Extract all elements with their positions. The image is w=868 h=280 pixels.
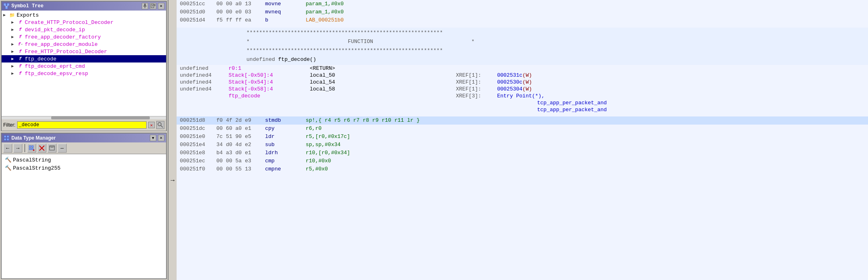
operands-251dc: r6,r0 [306, 125, 865, 132]
filter-search-button[interactable] [156, 121, 164, 129]
mnemonic-251d8: stmdb [265, 117, 306, 124]
dtm-collapse-button[interactable]: — [58, 144, 67, 153]
dtm-item-label-pascalstring: PascalString [13, 157, 51, 163]
addr-251ec: 000251ec [180, 157, 216, 165]
dtm-item-pascalstring[interactable]: 🔨 PascalString [2, 156, 165, 164]
tree-item-free-factory[interactable]: ▶ f free_app_decoder_factory [2, 33, 166, 41]
disasm-line-251d8: 000251d8 f0 4f 2d e9 stmdb sp!,{ r4 r5 r… [177, 116, 868, 125]
toolbar-separator [24, 144, 25, 152]
func-icon: f [17, 26, 24, 33]
addr-251dc: 000251dc [180, 125, 216, 132]
svg-rect-18 [7, 138, 9, 140]
operands-251d8: sp!,{ r4 r5 r6 r7 r8 r9 r10 r11 lr } [306, 117, 865, 124]
operands-251ec: r10,#0x0 [306, 157, 865, 165]
tree-item-free-module[interactable]: ▶ f✦ free_app_decoder_module [2, 41, 166, 48]
func-arrow: ▶ [11, 71, 17, 76]
var-type-r0: undefined [180, 65, 229, 71]
func-icon: f [17, 70, 24, 77]
addr-251cc: 000251cc [180, 0, 216, 8]
bytes-251dc: 00 60 a0 e1 [216, 125, 265, 132]
dtm-item-pascalstring255[interactable]: 🔨 PascalString255 [2, 164, 165, 172]
tree-item-exports[interactable]: ▶ 📁 Exports [2, 11, 166, 19]
mnemonic-251d4: b [265, 17, 306, 24]
bytes-251e4: 34 d0 4d e2 [216, 141, 265, 149]
disasm-line-251dc: 000251dc 00 60 a0 e1 cpy r6,r0 [177, 125, 868, 133]
entry-xref-indent [180, 100, 537, 106]
disasm-line-251e0: 000251e0 7c 51 90 e5 ldr r5,[r0,#0x17c] [177, 133, 868, 141]
mnemonic-251f0: cmpne [265, 166, 306, 173]
tree-item-ftp-eprt[interactable]: ▶ f ftp_decode_eprt_cmd [2, 62, 166, 70]
svg-rect-21 [29, 148, 31, 150]
symbol-tree-titlebar: Symbol Tree ✕ [2, 2, 166, 11]
svg-rect-0 [4, 3, 6, 6]
symbol-tree-new-button[interactable] [150, 3, 156, 9]
tree-item-ftp-decode[interactable]: ▶ f ftp_decode [2, 55, 166, 62]
tree-scrollbar[interactable] [2, 116, 166, 119]
dtm-back-button[interactable]: ← [3, 144, 12, 153]
dtm-hammer-icon: 🔨 [5, 157, 11, 163]
symbol-tree-panel: Symbol Tree ✕ ▶ 📁 Exports ▶ f Create_HTT… [1, 1, 167, 131]
tree-item-devid[interactable]: ▶ f devid_pkt_decode_ip [2, 26, 166, 33]
operands-251e8: r10,[r0,#0x34] [306, 149, 865, 157]
addr-251d4: 000251d4 [180, 17, 216, 24]
func-label-ftp-eprt: ftp_decode_eprt_cmd [25, 63, 85, 69]
addr-251d0: 000251d0 [180, 9, 216, 16]
func-icon: f [17, 63, 24, 69]
mnemonic-251e8: ldrh [265, 149, 306, 157]
svg-rect-1 [7, 3, 9, 6]
folder-icon: 📁 [9, 12, 15, 18]
func-special-icon: f✦ [17, 41, 24, 47]
dtm-delete-button[interactable] [37, 144, 46, 153]
filter-bar: Filter: ✕ [2, 119, 166, 131]
bytes-251d8: f0 4f 2d e9 [216, 117, 265, 124]
entry-xref-val3: tcp_app_per_packet_and [537, 107, 607, 113]
operands-251d4: LAB_000251b0 [306, 17, 865, 24]
symbol-tree-pin-button[interactable] [142, 3, 148, 9]
func-label-devid: devid_pkt_decode_ip [25, 27, 85, 33]
func-arrow: ▶ [11, 34, 17, 39]
left-panel: Symbol Tree ✕ ▶ 📁 Exports ▶ f Create_HTT… [0, 0, 168, 280]
func-label-create-http: Create_HTTP_Protocol_Decoder [25, 19, 113, 26]
expand-arrow: ▶ [3, 13, 9, 17]
exports-label: Exports [17, 12, 39, 18]
dtm-new-button[interactable] [27, 144, 36, 153]
tree-item-free-http[interactable]: ▶ f Free_HTTP_Protocol_Decoder [2, 48, 166, 55]
xref-local54: XREF[1]: 0002530c(W) [456, 79, 532, 85]
var-name-r0: <RETURN> [310, 65, 358, 71]
tree-item-create-http[interactable]: ▶ f Create_HTTP_Protocol_Decoder [2, 19, 166, 26]
dtm-content[interactable]: 🔨 PascalString 🔨 PascalString255 [2, 154, 166, 278]
xref-local50: XREF[1]: 0002531c(W) [456, 72, 532, 78]
svg-rect-6 [143, 6, 147, 6]
var-line-local58: undefined4 Stack[-0x58]:4 local_58 XREF[… [177, 86, 868, 93]
disasm-line-251e8: 000251e8 b4 a3 d0 e1 ldrh r10,[r0,#0x34] [177, 149, 868, 157]
var-name-local50: local_50 [310, 72, 358, 78]
svg-rect-10 [154, 4, 155, 6]
func-entry-line: ftp_decode XREF[3]: Entry Point(*), [177, 93, 868, 99]
filter-label: Filter: [3, 122, 15, 128]
tree-item-ftp-epsv[interactable]: ▶ f ftp_decode_epsv_resp [2, 70, 166, 77]
dtm-menu-button[interactable]: ▼ [150, 135, 156, 141]
disassembly-panel[interactable]: 000251cc 00 00 a0 13 movne param_1,#0x0 … [177, 0, 868, 280]
filter-input[interactable] [17, 121, 147, 129]
bytes-251e0: 7c 51 90 e5 [216, 133, 265, 140]
panel-separator-arrow: → [168, 0, 177, 280]
entry-xref: XREF[3]: Entry Point(*), [456, 93, 544, 99]
symbol-tree-close-button[interactable]: ✕ [158, 3, 164, 9]
svg-rect-28 [50, 146, 54, 147]
bytes-251d0: 00 00 e0 03 [216, 9, 265, 16]
function-label-line: * FUNCTION * [180, 37, 865, 46]
dtm-archive-button[interactable] [48, 144, 56, 153]
dtm-close-button[interactable]: ✕ [158, 135, 164, 141]
filter-clear-button[interactable]: ✕ [148, 122, 155, 128]
operands-251d0: param_1,#0x0 [306, 9, 865, 16]
func-label-free-factory: free_app_decoder_factory [25, 34, 101, 40]
spacer-2 [177, 113, 868, 116]
symbol-tree-content[interactable]: ▶ 📁 Exports ▶ f Create_HTTP_Protocol_Dec… [2, 11, 166, 116]
svg-line-14 [161, 125, 163, 127]
func-header-block: ****************************************… [177, 28, 868, 65]
var-type-local50: undefined4 [180, 72, 229, 78]
func-icon-selected: f [17, 56, 24, 62]
var-name-local58: local_58 [310, 86, 358, 92]
mnemonic-251cc: movne [265, 0, 306, 8]
dtm-forward-button[interactable]: → [13, 144, 22, 153]
